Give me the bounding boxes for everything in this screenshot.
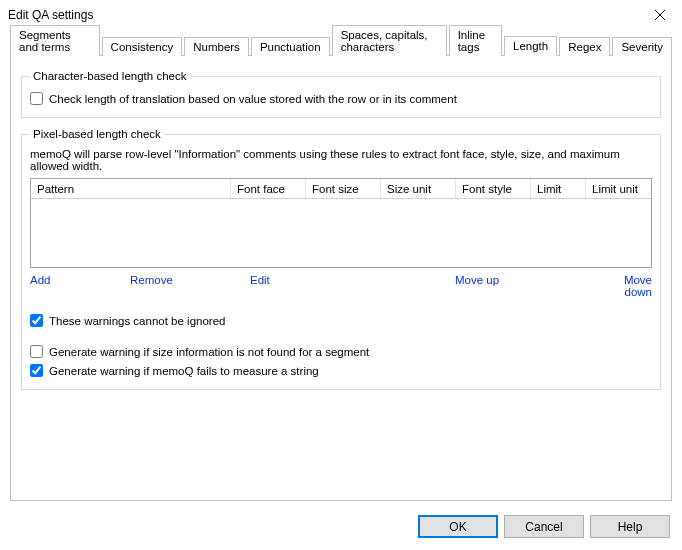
- label-fail-measure: Generate warning if memoQ fails to measu…: [49, 365, 319, 377]
- pixel-length-description: memoQ will parse row-level "Information"…: [30, 148, 652, 172]
- action-move-up[interactable]: Move up: [455, 274, 595, 298]
- rules-grid[interactable]: Pattern Font face Font size Size unit Fo…: [30, 178, 652, 268]
- col-fontsize[interactable]: Font size: [306, 179, 381, 198]
- help-button[interactable]: Help: [590, 515, 670, 538]
- tab-numbers[interactable]: Numbers: [184, 37, 249, 56]
- tab-spaces-capitals-characters[interactable]: Spaces, capitals, characters: [332, 25, 447, 56]
- group-pixel-length-legend: Pixel-based length check: [30, 128, 164, 140]
- row-cannot-ignore[interactable]: These warnings cannot be ignored: [30, 314, 652, 327]
- rules-actions: Add Remove Edit Move up Move down: [30, 274, 652, 298]
- rules-grid-header: Pattern Font face Font size Size unit Fo…: [31, 179, 651, 199]
- col-limitunit[interactable]: Limit unit: [586, 179, 651, 198]
- action-add[interactable]: Add: [30, 274, 130, 298]
- label-size-not-found: Generate warning if size information is …: [49, 346, 369, 358]
- tab-length[interactable]: Length: [504, 36, 557, 56]
- row-fail-measure[interactable]: Generate warning if memoQ fails to measu…: [30, 364, 652, 377]
- checkbox-size-not-found[interactable]: [30, 345, 43, 358]
- action-remove[interactable]: Remove: [130, 274, 250, 298]
- row-check-length-stored[interactable]: Check length of translation based on val…: [30, 92, 652, 105]
- col-limit[interactable]: Limit: [531, 179, 586, 198]
- col-fontstyle[interactable]: Font style: [456, 179, 531, 198]
- col-fontface[interactable]: Font face: [231, 179, 306, 198]
- cancel-button[interactable]: Cancel: [504, 515, 584, 538]
- group-character-length-legend: Character-based length check: [30, 70, 189, 82]
- checkbox-cannot-ignore[interactable]: [30, 314, 43, 327]
- tab-regex[interactable]: Regex: [559, 37, 610, 56]
- label-check-length-stored: Check length of translation based on val…: [49, 93, 457, 105]
- close-button[interactable]: [637, 0, 682, 30]
- action-edit[interactable]: Edit: [250, 274, 455, 298]
- close-icon: [655, 10, 665, 20]
- label-cannot-ignore: These warnings cannot be ignored: [49, 315, 225, 327]
- group-character-length: Character-based length check Check lengt…: [21, 70, 661, 118]
- checkbox-fail-measure[interactable]: [30, 364, 43, 377]
- tab-page-length: Character-based length check Check lengt…: [10, 56, 672, 501]
- col-sizeunit[interactable]: Size unit: [381, 179, 456, 198]
- group-pixel-length: Pixel-based length check memoQ will pars…: [21, 128, 661, 390]
- dialog-buttons: OK Cancel Help: [418, 515, 670, 538]
- col-pattern[interactable]: Pattern: [31, 179, 231, 198]
- tab-inline-tags[interactable]: Inline tags: [449, 25, 502, 56]
- checkbox-check-length-stored[interactable]: [30, 92, 43, 105]
- action-move-down[interactable]: Move down: [595, 274, 652, 298]
- window-title: Edit QA settings: [8, 8, 93, 22]
- ok-button[interactable]: OK: [418, 515, 498, 538]
- tab-strip: Segments and terms Consistency Numbers P…: [10, 34, 672, 56]
- tab-punctuation[interactable]: Punctuation: [251, 37, 330, 56]
- tab-severity[interactable]: Severity: [612, 37, 672, 56]
- tab-consistency[interactable]: Consistency: [102, 37, 183, 56]
- row-size-not-found[interactable]: Generate warning if size information is …: [30, 345, 652, 358]
- tab-segments-and-terms[interactable]: Segments and terms: [10, 25, 100, 56]
